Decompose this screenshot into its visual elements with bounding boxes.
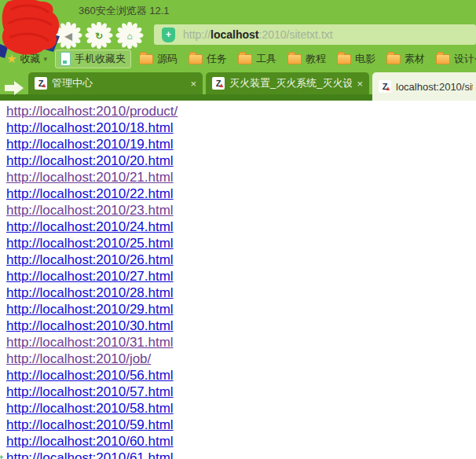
tab-label: localhost:2010/site xyxy=(396,81,473,93)
link-row: http://localhost:2010/29.html xyxy=(6,301,476,318)
link-row: http://localhost:2010/59.html xyxy=(6,417,476,433)
url-link[interactable]: http://localhost:2010/18.html xyxy=(6,120,174,135)
link-row: http://localhost:2010/22.html xyxy=(6,185,476,202)
sidebar-arrow-button[interactable] xyxy=(0,77,28,101)
tab-label: 灭火装置_灭火系统_灭火设备_ xyxy=(229,76,352,90)
bookmark-label: 工具 xyxy=(256,52,276,66)
bookmark-label: 教程 xyxy=(306,52,326,66)
link-row: http://localhost:2010/24.html xyxy=(6,218,476,235)
window-titlebar: 360安全浏览器 12.1 xyxy=(0,0,476,22)
back-flower-icon: ◀ xyxy=(53,22,83,49)
window-title: 360安全浏览器 12.1 xyxy=(79,4,170,18)
url-link[interactable]: http://localhost:2010/57.html xyxy=(6,384,174,399)
url-link[interactable]: http://localhost:2010/58.html xyxy=(6,401,174,416)
bookmark-item[interactable]: 任务 xyxy=(189,52,227,66)
url-link[interactable]: http://localhost:2010/30.html xyxy=(6,318,174,333)
url-host: localhost xyxy=(211,28,258,41)
bookmark-label: 源码 xyxy=(157,52,178,66)
tab-3[interactable]: Z▲localhost:2010/site xyxy=(372,72,476,101)
url-link[interactable]: http://localhost:2010/product/ xyxy=(6,104,178,119)
link-row: http://localhost:2010/23.html xyxy=(6,202,476,218)
tab-close-icon[interactable]: × xyxy=(357,79,363,89)
bookmark-label: 电影 xyxy=(355,52,375,66)
url-path: :2010/sitetxt.txt xyxy=(259,28,333,41)
link-row: http://localhost:2010/product/ xyxy=(6,103,476,119)
folder-icon xyxy=(386,54,401,64)
folder-icon xyxy=(189,54,203,64)
home-flower-icon: ⌂ xyxy=(115,22,145,49)
url-scheme: http:// xyxy=(183,28,211,41)
link-row: http://localhost:2010/21.html xyxy=(6,169,476,185)
url-link[interactable]: http://localhost:2010/28.html xyxy=(6,285,174,300)
bookmark-label: 设计公司 xyxy=(454,52,476,66)
link-row: http://localhost:2010/31.html xyxy=(6,334,476,351)
security-shield-icon[interactable]: + xyxy=(162,28,175,42)
svg-text:↻: ↻ xyxy=(95,31,103,42)
url-text[interactable]: http://localhost:2010/sitetxt.txt xyxy=(183,28,333,41)
url-link[interactable]: http://localhost:2010/job/ xyxy=(6,351,151,366)
tab-close-icon[interactable]: × xyxy=(190,79,196,89)
svg-text:◀: ◀ xyxy=(64,31,72,42)
url-link[interactable]: http://localhost:2010/59.html xyxy=(6,417,174,432)
address-bar[interactable]: + http://localhost:2010/sitetxt.txt xyxy=(154,24,476,45)
bookmark-item[interactable]: 电影 xyxy=(337,52,375,66)
bookmark-item[interactable]: 设计公司 xyxy=(436,52,476,66)
tab-1[interactable]: Z▲管理中心× xyxy=(28,72,203,94)
folder-icon xyxy=(139,54,153,64)
url-link[interactable]: http://localhost:2010/24.html xyxy=(6,219,174,234)
folder-icon xyxy=(287,54,302,64)
bookmarks-bar: ★+ 收藏 ▾ 手机收藏夹源码任务工具教程电影素材设计公司常用网址 xyxy=(0,49,476,69)
bookmark-label: 手机收藏夹 xyxy=(75,52,126,66)
link-row: http://localhost:2010/58.html xyxy=(6,400,476,417)
url-link[interactable]: http://localhost:2010/29.html xyxy=(6,302,174,317)
tab-2[interactable]: Z▲灭火装置_灭火系统_灭火设备_× xyxy=(206,72,369,94)
back-button[interactable]: ◀ xyxy=(53,22,83,49)
bookmark-item[interactable]: 素材 xyxy=(386,52,425,66)
link-row: http://localhost:2010/30.html xyxy=(6,318,476,334)
url-link[interactable]: http://localhost:2010/19.html xyxy=(6,137,174,152)
svg-text:⌂: ⌂ xyxy=(126,31,132,42)
link-row: http://localhost:2010/20.html xyxy=(6,152,476,169)
url-link[interactable]: http://localhost:2010/60.html xyxy=(6,434,174,449)
url-link[interactable]: http://localhost:2010/31.html xyxy=(6,335,174,350)
page-content: http://localhost:2010/product/http://loc… xyxy=(0,101,476,459)
phone-icon xyxy=(60,52,71,66)
navigation-toolbar: ◀ ↻ ⌂ + http://localhost:2010/sitetxt.tx… xyxy=(0,22,476,49)
link-row: http://localhost:2010/27.html xyxy=(6,268,476,285)
link-row: http://localhost:2010/57.html xyxy=(6,384,476,400)
bookmark-item[interactable]: 工具 xyxy=(238,52,276,66)
link-row: http://localhost:2010/56.html xyxy=(6,367,476,384)
url-link[interactable]: http://localhost:2010/56.html xyxy=(6,368,174,383)
favicon-triangle-icon: ▲ xyxy=(41,83,47,89)
url-link[interactable]: http://localhost:2010/22.html xyxy=(6,186,174,201)
favicon-triangle-icon: ▲ xyxy=(385,86,391,92)
za-favicon-icon: Z▲ xyxy=(35,77,47,90)
link-row: http://localhost:2010/61.html xyxy=(6,450,476,459)
link-row: http://localhost:2010/60.html xyxy=(6,433,476,450)
url-link[interactable]: http://localhost:2010/61.html xyxy=(6,450,174,459)
tab-bar: Z▲管理中心×Z▲灭火装置_灭火系统_灭火设备_×Z▲localhost:201… xyxy=(0,69,476,101)
bookmark-item[interactable]: 源码 xyxy=(139,52,178,66)
home-button[interactable]: ⌂ xyxy=(115,22,145,49)
url-link[interactable]: http://localhost:2010/21.html xyxy=(6,170,174,185)
bookmark-item[interactable]: 教程 xyxy=(287,52,326,66)
folder-icon xyxy=(436,54,450,64)
bookmark-items: 手机收藏夹源码任务工具教程电影素材设计公司常用网址 xyxy=(55,50,476,68)
favorites-button[interactable]: ★+ 收藏 ▾ xyxy=(6,52,47,66)
url-link[interactable]: http://localhost:2010/27.html xyxy=(6,269,174,284)
star-icon: ★ xyxy=(6,52,16,66)
url-link[interactable]: http://localhost:2010/26.html xyxy=(6,252,174,267)
za-favicon-icon: Z▲ xyxy=(379,80,391,93)
url-link[interactable]: http://localhost:2010/25.html xyxy=(6,236,174,251)
link-row: http://localhost:2010/19.html xyxy=(6,136,476,152)
za-favicon-icon: Z▲ xyxy=(212,77,225,90)
refresh-button[interactable]: ↻ xyxy=(84,22,114,49)
bookmark-item[interactable]: 手机收藏夹 xyxy=(55,50,131,68)
url-link[interactable]: http://localhost:2010/20.html xyxy=(6,153,174,168)
tab-label: 管理中心 xyxy=(52,76,185,90)
bookmark-label: 任务 xyxy=(207,52,227,66)
folder-icon xyxy=(337,54,351,64)
url-link[interactable]: http://localhost:2010/23.html xyxy=(6,203,174,218)
bookmark-label: 素材 xyxy=(405,52,425,66)
link-row: http://localhost:2010/job/ xyxy=(6,351,476,367)
